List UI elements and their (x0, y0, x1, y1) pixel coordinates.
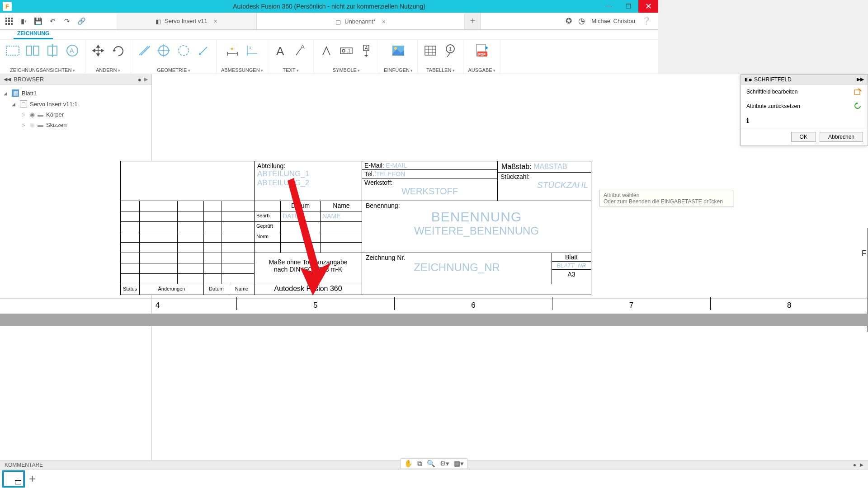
ribbon-group-label[interactable]: GEOMETRIE (157, 66, 190, 73)
weitere-benennung-placeholder[interactable]: WEITERE_BENENNUNG (366, 225, 587, 237)
massstab-placeholder[interactable]: MAßSTAB (533, 163, 567, 170)
collapse-left-icon[interactable]: ◀◀ (4, 76, 11, 82)
pdf-export-icon[interactable]: PDF (474, 42, 490, 59)
tree-bodies[interactable]: ▷ ◉ ▬ Körper (4, 109, 148, 120)
link-icon[interactable]: 🔗 (75, 15, 88, 28)
tree-sheet[interactable]: ◢ ▦ Blatt1 (4, 88, 148, 99)
svg-line-22 (200, 47, 207, 54)
chevron-right-icon[interactable]: ▶ (144, 76, 148, 82)
detail-view-icon[interactable]: A (64, 42, 80, 59)
ribbon-tab-zeichnung[interactable]: ZEICHNUNG (14, 29, 53, 39)
projected-view-icon[interactable] (24, 42, 41, 59)
grid-menu-icon[interactable] (3, 15, 15, 28)
dimension-icon[interactable]: ★ (224, 42, 241, 59)
centermark-pattern-icon[interactable] (175, 42, 192, 59)
svg-point-33 (342, 50, 345, 52)
datum-col-header: Datum (204, 284, 229, 295)
svg-line-47 (447, 53, 450, 57)
feature-control-frame-icon[interactable]: .1 (338, 42, 354, 59)
ordinate-dimension-icon[interactable]: x (244, 42, 260, 59)
svg-text:A: A (301, 44, 305, 50)
job-status-icon[interactable]: ◷ (578, 16, 585, 26)
table-icon[interactable] (422, 42, 439, 59)
svg-rect-3 (5, 20, 7, 22)
file-menu-icon[interactable]: ▮▾ (17, 15, 30, 28)
ribbon-group-label[interactable]: AUSGABE (468, 66, 495, 73)
save-icon[interactable]: 💾 (32, 15, 44, 28)
move-icon[interactable] (90, 42, 106, 59)
ribbon-group-label[interactable]: TEXT (283, 66, 299, 73)
base-view-icon[interactable] (5, 42, 21, 59)
undo-icon[interactable]: ↶ (46, 15, 59, 28)
user-name[interactable]: Michael Christou (591, 18, 635, 24)
svg-text:A: A (365, 46, 368, 51)
tree-label: Skizzen (46, 122, 67, 128)
centermark-icon[interactable] (156, 42, 172, 59)
section-view-icon[interactable] (44, 42, 61, 59)
centerline-icon[interactable] (136, 42, 152, 59)
svg-line-17 (141, 46, 150, 55)
ruler-tick: 4 (79, 301, 236, 310)
tab-close-icon[interactable]: × (214, 18, 217, 25)
main-area: ◀◀ BROWSER ● ▶ ◢ ▦ Blatt1 ◢ ◻ Servo Inse… (0, 74, 658, 369)
close-button[interactable]: ✕ (638, 0, 658, 13)
ribbon-group-label[interactable]: TABELLEN (426, 66, 455, 73)
ribbon-group-label[interactable]: EINFÜGEN (384, 66, 413, 73)
ribbon: A ZEICHNUNGSANSICHTEN ÄNDERN GEOMETRIE ★… (0, 40, 658, 74)
ribbon-group-label[interactable]: ZEICHNUNGSANSICHTEN (10, 66, 75, 73)
stueckzahl-placeholder[interactable]: STÜCKZAHL (500, 180, 588, 190)
visibility-icon[interactable]: ◉ (30, 122, 35, 128)
email-label: E-Mail: (364, 162, 384, 169)
tab-label: Unbenannt* (344, 18, 376, 25)
leader-text-icon[interactable]: A (292, 42, 309, 59)
benennung-placeholder[interactable]: BENENNUNG (366, 209, 587, 225)
drawing-titleblock[interactable]: Abteilung: ABTEILUNG_1 ABTEILUNG_2 E-Mai… (120, 161, 591, 295)
zeichnungnr-placeholder[interactable]: ZEICHNUNG_NR (366, 261, 548, 274)
tree-part[interactable]: ◢ ◻ Servo Insert v11:1 (4, 99, 148, 109)
window-title: Autodesk Fusion 360 (Persönlich - nicht … (233, 3, 425, 10)
svg-text:.1: .1 (347, 48, 351, 53)
svg-text:A: A (276, 44, 284, 57)
blattnr-placeholder[interactable]: BLATT_NR (552, 262, 591, 270)
help-icon[interactable]: ❔ (642, 16, 651, 26)
tab-servo-insert[interactable]: ◧ Servo Insert v11 × (117, 13, 257, 29)
werkstoff-placeholder[interactable]: WERKSTOFF (364, 186, 495, 197)
datum-id-icon[interactable]: A (358, 42, 374, 59)
rotate-icon[interactable] (110, 42, 126, 59)
tab-close-icon[interactable]: × (382, 18, 386, 25)
ribbon-group-label[interactable]: SYMBOLE (333, 66, 360, 73)
zeichnungnr-label: Zeichnung Nr. (366, 254, 548, 261)
ribbon-group-views: A ZEICHNUNGSANSICHTEN (0, 40, 85, 74)
component-icon: ◻ (20, 100, 27, 108)
text-icon[interactable]: A (273, 42, 289, 59)
surface-texture-icon[interactable] (318, 42, 335, 59)
maximize-button[interactable]: ❐ (618, 0, 638, 13)
balloon-icon[interactable]: 1 (442, 42, 458, 59)
edge-extension-icon[interactable] (195, 42, 212, 59)
tree-sketches[interactable]: ▷ ◉ ▬ Skizzen (4, 120, 148, 130)
image-insert-icon[interactable] (390, 42, 406, 59)
svg-point-39 (394, 47, 397, 50)
abteilung1-placeholder[interactable]: ABTEILUNG_1 (257, 169, 359, 178)
svg-rect-6 (5, 23, 7, 25)
email-placeholder[interactable]: E-MAIL (386, 162, 407, 169)
ribbon-group-symbols: .1 A SYMBOLE (314, 40, 379, 74)
extensions-icon[interactable]: ✪ (566, 16, 572, 26)
ribbon-group-label[interactable]: ABMESSUNGEN (221, 66, 263, 73)
ribbon-group-label[interactable]: ÄNDERN (96, 66, 120, 73)
minimize-button[interactable]: — (599, 0, 618, 13)
svg-text:★: ★ (230, 47, 234, 51)
browser-settings-icon[interactable]: ● (138, 76, 142, 83)
window-titlebar: F Autodesk Fusion 360 (Persönlich - nich… (0, 0, 658, 13)
svg-rect-7 (8, 23, 10, 25)
bearb-label: Bearb. (255, 211, 281, 222)
new-tab-button[interactable]: + (465, 13, 481, 29)
visibility-icon[interactable]: ◉ (30, 111, 35, 118)
redo-icon[interactable]: ↷ (61, 15, 73, 28)
ribbon-group-geometry: GEOMETRIE (131, 40, 217, 74)
svg-rect-4 (8, 20, 10, 22)
drawing-canvas[interactable]: Attribut wählen Oder zum Beenden die EIN… (152, 74, 658, 369)
tel-placeholder[interactable]: TELEFON (376, 170, 406, 178)
tab-unbenannt[interactable]: ▢ Unbenannt* × (257, 13, 465, 29)
svg-rect-11 (33, 46, 39, 55)
